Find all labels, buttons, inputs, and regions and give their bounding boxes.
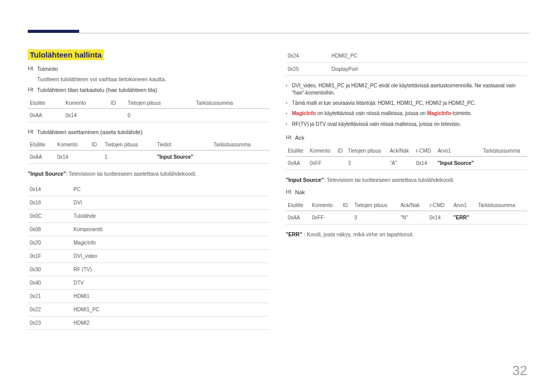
desc-term: "Input Source" [28, 171, 66, 177]
td: "N" [399, 211, 428, 224]
td: HDMI2 [71, 316, 269, 329]
td: 0xAA [28, 151, 55, 164]
th: Arvo1 [435, 145, 480, 157]
td: 0xAA [28, 108, 64, 122]
th-datalen: Tietojen pituus [125, 98, 194, 109]
th-prefix: Etuliite [28, 139, 55, 151]
td: HDMI2_PC [329, 49, 527, 63]
th: Ack/Nak [399, 200, 428, 211]
td [481, 156, 527, 170]
magicinfo-term: MagicInfo [427, 110, 451, 116]
td: 0xAA [286, 156, 308, 170]
td-input-source: "Input Source" [435, 156, 480, 170]
th-command: Komento [55, 139, 89, 151]
td: MagicInfo [71, 236, 269, 249]
th-id: ID [108, 98, 125, 109]
th-prefix: Etuliite [28, 98, 64, 109]
table-set-source: Etuliite Komento ID Tietojen pituus Tied… [28, 139, 269, 164]
ack-heading: Ack [295, 134, 527, 142]
th-checksum: Tarkistussumma [194, 98, 269, 109]
td [194, 108, 269, 122]
table-nak: Etuliite Komento ID Tietojen pituus Ack/… [286, 200, 527, 225]
td: Tulolähde [71, 209, 269, 222]
td: DTV [71, 276, 269, 289]
td: 0x22 [28, 303, 71, 316]
td: 0 [125, 108, 194, 122]
td [212, 151, 269, 164]
td: DVI [71, 196, 269, 209]
td: 0x08 [28, 222, 71, 236]
page-marker [28, 30, 79, 33]
th: Komento [310, 200, 341, 211]
th: Tarkistussumma [481, 145, 527, 157]
bullet-ht: Ht [286, 134, 295, 142]
header-rule [79, 33, 529, 33]
desc-rest: : Televisioon tai tuotteeseen asetettava… [66, 171, 196, 177]
td: HDMI1_PC [71, 303, 269, 316]
table-ack: Etuliite Komento ID Tietojen pituus Ack/… [286, 145, 527, 170]
th: Ack/Nak [388, 145, 414, 157]
th: Etuliite [286, 200, 310, 211]
td [341, 211, 352, 224]
table-source-codes: 0x14PC 0x18DVI 0x0CTulolähde 0x08Kompone… [28, 183, 269, 330]
note: RF(TV) ja DTV ovat käytettävissä vain ni… [292, 121, 527, 128]
td: 0x14 [428, 211, 452, 224]
td: 0x23 [28, 316, 71, 329]
td: 0x14 [64, 108, 109, 122]
th-command: Komento [64, 98, 109, 109]
th-checksum: Tarkistussumma [212, 139, 269, 151]
td: 0x14 [55, 151, 89, 164]
input-source-desc: "Input Source": Televisioon tai tuottees… [28, 170, 269, 178]
td [476, 211, 527, 224]
page-number: 32 [512, 363, 527, 379]
th: ID [341, 200, 352, 211]
td: "A" [388, 156, 414, 170]
table-get-state: Etuliite Komento ID Tietojen pituus Tark… [28, 98, 269, 122]
td: HDMI1 [71, 289, 269, 303]
td-err: "ERR" [451, 211, 476, 224]
bullet-icon: • [286, 110, 292, 117]
bullet-ht: Ht [286, 189, 295, 196]
td: 0x1F [28, 249, 71, 263]
td: RF (TV) [71, 263, 269, 276]
err-desc: "ERR" : Koodi, josta näkyy, mikä virhe o… [286, 231, 527, 238]
td-input-source: "Input Source" [155, 151, 211, 164]
desc-term: "Input Source" [286, 177, 324, 183]
td: 0x18 [28, 196, 71, 209]
td: 0x21 [28, 289, 71, 303]
th: Arvo1 [451, 200, 476, 211]
th: Etuliite [286, 145, 308, 157]
left-column: Tulolähteen hallinta Ht Toiminto Tuottee… [28, 49, 269, 336]
bullet-ht: Ht [28, 65, 37, 73]
note-end: -toiminto. [451, 110, 472, 116]
td: 0x14 [28, 183, 71, 196]
td: 1 [103, 151, 155, 164]
td: 0xFF [310, 211, 341, 224]
bullet-icon: • [286, 121, 292, 128]
th: Tietojen pituus [346, 145, 388, 157]
desc-term: "ERR" [286, 231, 302, 237]
th: r-CMD [414, 145, 435, 157]
th-data: Tiedot [155, 139, 211, 151]
th: Komento [308, 145, 336, 157]
bullet-ht: Ht [28, 86, 37, 94]
function-desc: Tuotteen tulolähteen voi vaihtaa tietoko… [37, 76, 269, 82]
td: 0xFF [308, 156, 336, 170]
td: 0x25 [286, 63, 329, 76]
th: Tietojen pituus [352, 200, 398, 211]
td: 0x0C [28, 209, 71, 222]
note-magicinfo: MagicInfo on käytettävissä vain niissä m… [292, 110, 527, 117]
note-mid: on käytettävissä vain niissä malleissa, … [316, 110, 427, 116]
function-heading: Toiminto [37, 65, 269, 73]
td [108, 108, 125, 122]
td: 3 [346, 156, 388, 170]
right-column: 0x24HDMI2_PC 0x25DisplayPort •DVI_video,… [286, 49, 527, 243]
bullet-icon: • [286, 82, 292, 97]
bullet-icon: • [286, 100, 292, 107]
th: ID [336, 145, 346, 157]
th: r-CMD [428, 200, 452, 211]
section-title: Tulolähteen hallinta [28, 49, 104, 60]
td: DisplayPort [329, 63, 527, 76]
desc-rest: : Koodi, josta näkyy, mikä virhe on tapa… [302, 231, 414, 237]
table-source-codes-cont: 0x24HDMI2_PC 0x25DisplayPort [286, 49, 527, 76]
